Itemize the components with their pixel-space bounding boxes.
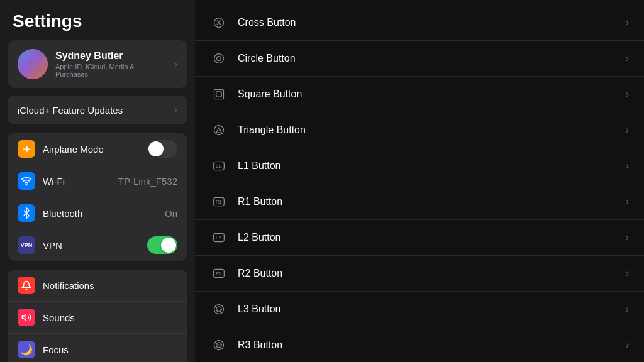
svg-text:L1: L1 [216,163,221,169]
focus-label: Focus [43,344,177,355]
icloud-chevron: › [174,104,177,116]
panel-row-circle-button[interactable]: Circle Button› [195,41,644,77]
svg-text:R1: R1 [216,199,222,205]
vpn-row[interactable]: VPN VPN [8,229,187,261]
square-button-chevron: › [626,89,629,100]
notifications-icon [18,277,35,294]
svg-marker-11 [216,128,221,133]
profile-name: Sydney Butler [55,50,167,62]
svg-rect-8 [214,90,224,99]
bluetooth-value: On [165,208,177,219]
r3-button-label: R3 Button [238,339,616,351]
panel-row-l3-button[interactable]: L3L3 Button› [195,292,644,327]
bluetooth-icon [18,204,35,222]
panel-row-r1-button[interactable]: R1R1 Button› [195,184,644,220]
svg-text:L3: L3 [217,308,221,312]
r1-button-chevron: › [626,196,629,207]
cross-button-chevron: › [626,17,629,28]
airplane-mode-icon: ✈ [18,140,35,158]
profile-info: Sydney Butler Apple ID, iCloud, Media & … [55,50,167,78]
sounds-label: Sounds [43,312,177,323]
profile-subtitle: Apple ID, iCloud, Media & Purchases [55,63,167,78]
l1-button-icon: L1 [210,157,228,175]
svg-rect-9 [216,92,221,97]
sounds-row[interactable]: Sounds [8,302,187,334]
sidebar-title: Settings [0,0,195,40]
r1-button-label: R1 Button [238,196,616,207]
svg-text:R3: R3 [217,344,221,348]
l2-button-chevron: › [626,232,629,243]
r2-button-label: R2 Button [238,268,616,279]
r3-button-chevron: › [626,339,629,351]
l1-button-label: L1 Button [238,160,616,172]
sidebar: Settings Sydney Butler Apple ID, iCloud,… [0,0,195,362]
focus-row[interactable]: 🌙 Focus [8,334,187,362]
vpn-icon: VPN [18,236,35,254]
avatar [18,49,48,79]
connectivity-group: ✈ Airplane Mode Wi-Fi TP-Link_F532 [8,133,187,261]
svg-point-0 [26,184,27,185]
svg-point-6 [214,54,224,63]
icloud-card[interactable]: iCloud+ Feature Updates › [8,96,187,124]
wifi-icon [18,172,35,190]
bluetooth-row[interactable]: Bluetooth On [8,197,187,229]
focus-icon: 🌙 [18,341,35,358]
svg-text:L2: L2 [216,235,221,241]
l1-button-chevron: › [626,160,629,172]
panel-row-l2-button[interactable]: L2L2 Button› [195,220,644,256]
r1-button-icon: R1 [210,193,228,211]
profile-chevron: › [174,58,177,70]
l2-button-label: L2 Button [238,232,616,243]
circle-button-icon [210,50,228,67]
svg-text:R2: R2 [216,271,222,277]
cross-button-icon [210,14,228,31]
right-panel: Cross Button›Circle Button›Square Button… [195,0,644,362]
airplane-mode-label: Airplane Mode [43,144,140,155]
wifi-label: Wi-Fi [43,176,111,187]
vpn-label: VPN [43,240,140,251]
wifi-row[interactable]: Wi-Fi TP-Link_F532 [8,165,187,197]
triangle-button-label: Triangle Button [238,124,616,136]
panel-row-triangle-button[interactable]: Triangle Button› [195,112,644,148]
l2-button-icon: L2 [210,229,228,246]
sounds-icon [18,309,35,326]
square-button-icon [210,85,228,103]
l3-button-label: L3 Button [238,304,616,315]
panel-row-l1-button[interactable]: L1L1 Button› [195,148,644,184]
icloud-label: iCloud+ Feature Updates [18,105,123,116]
triangle-button-chevron: › [626,124,629,136]
circle-button-label: Circle Button [238,53,616,64]
svg-point-7 [217,57,221,61]
square-button-label: Square Button [238,89,616,100]
general-settings-group: Notifications Sounds 🌙 Focus ⌛ Screen Ti… [8,270,187,362]
profile-card[interactable]: Sydney Butler Apple ID, iCloud, Media & … [8,40,187,88]
panel-row-r2-button[interactable]: R2R2 Button› [195,256,644,292]
l3-button-chevron: › [626,304,629,315]
notifications-label: Notifications [43,280,177,291]
vpn-toggle[interactable] [147,236,177,254]
panel-row-square-button[interactable]: Square Button› [195,77,644,112]
panel-row-r3-button[interactable]: R3R3 Button› [195,327,644,362]
panel-row-cross-button[interactable]: Cross Button› [195,5,644,41]
svg-marker-1 [22,314,26,320]
notifications-row[interactable]: Notifications [8,270,187,302]
r3-button-icon: R3 [210,336,228,354]
circle-button-chevron: › [626,53,629,64]
airplane-mode-row[interactable]: ✈ Airplane Mode [8,133,187,165]
wifi-value: TP-Link_F532 [118,176,177,187]
bluetooth-label: Bluetooth [43,208,157,219]
r2-button-icon: R2 [210,265,228,282]
r2-button-chevron: › [626,268,629,279]
triangle-button-icon [210,121,228,139]
cross-button-label: Cross Button [238,17,616,28]
l3-button-icon: L3 [210,300,228,318]
airplane-mode-toggle[interactable] [147,140,177,158]
